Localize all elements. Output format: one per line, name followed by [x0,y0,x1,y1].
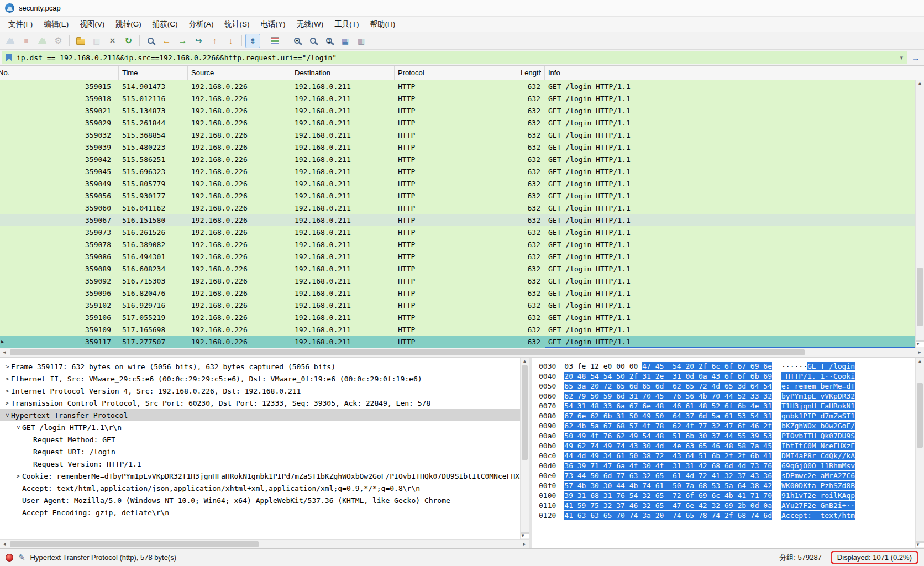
packet-row[interactable]: 359015514.901473192.168.0.226192.168.0.2… [0,80,915,92]
menu-item-statistics[interactable]: 统计(S) [219,17,255,32]
detail-line[interactable]: Accept-Encoding: gzip, deflate\r\n [0,506,520,518]
scrollbar-thumb[interactable] [917,383,923,448]
scrollbar-thumb[interactable] [917,268,923,326]
packet-row[interactable]: 359086516.494301192.168.0.226192.168.0.2… [0,250,915,263]
scroll-up-arrow-icon[interactable]: ▲ [521,359,529,364]
column-header-source[interactable]: Source [188,66,291,80]
packet-row[interactable]: 359045515.696323192.168.0.226192.168.0.2… [0,165,915,177]
hex-row[interactable]: 008067 6e 62 6b 31 50 49 50 64 37 6d 5a … [539,411,915,421]
detail-line[interactable]: >Frame 359117: 632 bytes on wire (5056 b… [0,360,520,373]
scrollbar-thumb[interactable] [522,365,528,460]
expand-arrow-icon[interactable]: > [3,387,11,395]
open-file-button[interactable] [73,34,88,48]
stop-capture-button[interactable]: ■ [19,34,34,48]
menu-item-analyze[interactable]: 分析(A) [183,17,219,32]
menu-item-help[interactable]: 帮助(H) [364,17,401,32]
hex-row[interactable]: 004020 48 54 54 50 2f 31 2e 31 0d 0a 43 … [539,371,915,381]
column-header-destination[interactable]: Destination [291,66,395,80]
hex-row[interactable]: 011041 59 75 32 37 46 32 65 47 6e 42 32 … [539,500,915,510]
scroll-right-arrow-icon[interactable]: ► [917,350,922,355]
save-file-button[interactable]: ▥ [89,34,104,48]
hex-row[interactable]: 009062 4b 5a 67 68 57 4f 78 62 4f 77 32 … [539,421,915,431]
menu-item-tools[interactable]: 工具(T) [329,17,364,32]
packet-list-hscrollbar[interactable]: ◄ ► [0,348,924,357]
find-packet-button[interactable] [143,34,158,48]
hex-row[interactable]: 007054 31 48 33 6a 67 6e 48 46 61 48 52 … [539,401,915,411]
packet-row[interactable]: 359096516.820476192.168.0.226192.168.0.2… [0,287,915,299]
hex-row[interactable]: 005065 3a 20 72 65 6d 65 6d 62 65 72 4d … [539,381,915,391]
details-vscrollbar[interactable]: ▲ ▼ [520,358,529,539]
resize-columns-button[interactable]: ▦ [338,34,353,48]
detail-line[interactable]: >GET /login HTTP/1.1\r\n [0,421,520,433]
packet-row[interactable]: 359109517.165698192.168.0.226192.168.0.2… [0,323,915,336]
scroll-left-arrow-icon[interactable]: ◄ [2,542,7,547]
column-header-time[interactable]: Time [119,66,188,80]
menu-item-view[interactable]: 视图(V) [74,17,110,32]
detail-line[interactable]: Request Version: HTTP/1.1 [0,458,520,470]
menu-item-capture[interactable]: 捕获(C) [147,17,183,32]
display-filter-input[interactable]: ip.dst == 192.168.0.211&&ip.src==192.168… [2,51,907,64]
scrollbar-thumb[interactable] [10,349,805,355]
details-hscrollbar[interactable]: ◄ ► [0,539,529,548]
scrollbar-thumb[interactable] [10,541,259,547]
packet-row[interactable]: 359056515.930177192.168.0.226192.168.0.2… [0,190,915,202]
detail-line[interactable]: >Ethernet II, Src: VMware_29:c5:e6 (00:0… [0,373,520,385]
packet-row[interactable]: 359102516.929716192.168.0.226192.168.0.2… [0,299,915,311]
scroll-left-arrow-icon[interactable]: ◄ [2,350,7,355]
hex-row[interactable]: 012041 63 63 65 70 74 3a 20 74 65 78 74 … [539,510,915,520]
detail-line[interactable]: >Cookie: rememberMe=dTbyPYm1pEvVKpDR32T1… [0,470,520,482]
zoom-out-button[interactable]: − [306,34,321,48]
packet-row[interactable]: 359067516.151580192.168.0.226192.168.0.2… [0,214,915,226]
auto-scroll-toggle[interactable]: ⇟ [245,34,260,48]
packet-row[interactable]: 359078516.389082192.168.0.226192.168.0.2… [0,238,915,250]
start-capture-button[interactable] [3,34,18,48]
packet-row[interactable]: 359032515.368854192.168.0.226192.168.0.2… [0,129,915,141]
scroll-down-arrow-icon[interactable]: ▼ [521,532,529,538]
packet-row[interactable]: 359042515.586251192.168.0.226192.168.0.2… [0,153,915,165]
expand-arrow-icon[interactable]: > [14,473,22,480]
detail-line[interactable]: >Hypertext Transfer Protocol [0,409,520,421]
column-header-info[interactable]: Info [545,66,924,80]
detail-line[interactable]: Request Method: GET [0,433,520,446]
capture-options-button[interactable]: ⚙ [51,34,66,48]
packet-row[interactable]: 359021515.134873192.168.0.226192.168.0.2… [0,104,915,117]
menu-item-file[interactable]: 文件(F) [3,17,38,32]
toggle-columns-button[interactable]: ▥ [354,34,369,48]
filter-dropdown-chevron-icon[interactable]: ▾ [900,54,903,61]
packet-row[interactable]: 359073516.261526192.168.0.226192.168.0.2… [0,226,915,238]
packet-row[interactable]: 359049515.805779192.168.0.226192.168.0.2… [0,177,915,190]
detail-line[interactable]: Request URI: /login [0,446,520,458]
packet-row[interactable]: 359018515.012116192.168.0.226192.168.0.2… [0,92,915,104]
menu-item-go[interactable]: 跳转(G) [110,17,147,32]
expand-arrow-icon[interactable]: > [4,411,11,419]
packet-row[interactable]: 359060516.041162192.168.0.226192.168.0.2… [0,202,915,214]
filter-apply-button[interactable]: → [909,51,922,64]
scroll-down-arrow-icon[interactable]: ▼ [916,340,924,347]
capture-comment-icon[interactable]: ✎ [18,553,25,562]
packet-row[interactable]: 359029515.261844192.168.0.226192.168.0.2… [0,117,915,129]
packet-row[interactable]: 359089516.608234192.168.0.226192.168.0.2… [0,263,915,275]
colorize-toggle[interactable] [267,34,282,48]
menu-item-wireless[interactable]: 无线(W) [291,17,329,32]
scroll-right-arrow-icon[interactable]: ► [522,542,527,547]
go-last-button[interactable]: ↓ [223,34,238,48]
detail-line[interactable]: >Transmission Control Protocol, Src Port… [0,397,520,409]
go-first-button[interactable]: ↑ [207,34,222,48]
expand-arrow-icon[interactable]: > [3,363,11,370]
hex-row[interactable]: 00d036 39 71 47 6a 4f 30 4f 31 31 42 68 … [539,460,915,470]
close-file-button[interactable]: × [105,34,120,48]
detail-line[interactable]: >Internet Protocol Version 4, Src: 192.1… [0,385,520,397]
go-to-packet-button[interactable]: ↪ [191,34,206,48]
scroll-up-arrow-icon[interactable]: ▲ [916,81,924,86]
go-back-button[interactable]: ← [159,34,174,48]
go-forward-button[interactable]: → [175,34,190,48]
reload-file-button[interactable]: ↻ [121,34,136,48]
column-header-length[interactable]: Length [517,66,545,80]
expand-arrow-icon[interactable]: > [3,400,11,407]
hex-row[interactable]: 00f057 4b 30 30 44 4b 74 61 50 7a 68 53 … [539,480,915,490]
restart-capture-button[interactable] [35,34,50,48]
zoom-in-button[interactable]: + [290,34,305,48]
hex-row[interactable]: 00a050 49 4f 76 62 49 54 48 51 6b 30 37 … [539,431,915,441]
hex-vscrollbar[interactable]: ▲ ▼ [915,358,924,548]
packet-row[interactable]: 359092516.715303192.168.0.226192.168.0.2… [0,275,915,287]
